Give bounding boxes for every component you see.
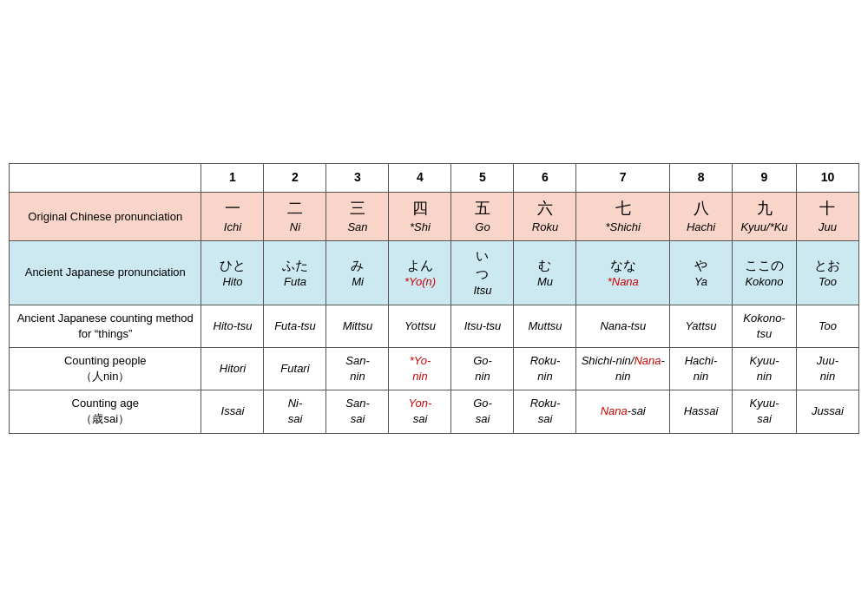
cell-counting-things-2: Futa-tsu: [264, 305, 326, 347]
cell-ancient-japanese-10: とおToo: [796, 241, 858, 305]
cell-ancient-japanese-1: ひとHito: [201, 241, 264, 305]
cell-original-chinese-10: 十Juu: [796, 192, 858, 240]
roman-text: Nana-sai: [601, 404, 646, 417]
cell-ancient-japanese-5: いつItsu: [451, 241, 514, 305]
row-label-original-chinese: Original Chinese pronunciation: [10, 192, 201, 240]
roman-text: Hassai: [684, 404, 719, 417]
kana-text: む: [517, 256, 572, 274]
cell-counting-people-2: Futari: [264, 347, 326, 390]
kana-text: ふた: [267, 256, 322, 274]
cell-counting-age-8: Hassai: [670, 390, 733, 433]
roman-text: Ya: [694, 275, 707, 288]
kanji-text: 九: [736, 198, 792, 220]
row-label-counting-people: Counting people（人nin）: [10, 347, 201, 390]
cell-original-chinese-7: 七*Shichi: [576, 192, 670, 240]
roman-text: Muttsu: [528, 319, 562, 332]
roman-text: *Shi: [392, 220, 447, 235]
roman-text: Itsu-tsu: [464, 319, 502, 332]
row-label-counting-age: Counting age（歳sai）: [10, 390, 201, 433]
cell-counting-people-4: *Yo-nin: [389, 347, 451, 390]
cell-counting-people-8: Hachi-nin: [670, 347, 733, 390]
roman-text: Hito-tsu: [214, 319, 253, 332]
cell-original-chinese-5: 五Go: [451, 192, 514, 240]
cell-original-chinese-4: 四*Shi: [389, 192, 451, 240]
header-empty: [10, 164, 201, 193]
cell-counting-age-5: Go-sai: [451, 390, 514, 433]
kana-text: とお: [800, 256, 855, 274]
cell-ancient-japanese-8: やYa: [670, 241, 733, 305]
row-label-ancient-japanese: Ancient Japanese pronunciation: [10, 241, 201, 305]
cell-counting-things-6: Muttsu: [514, 305, 576, 347]
cell-counting-age-1: Issai: [201, 390, 264, 433]
cell-original-chinese-8: 八Hachi: [670, 192, 733, 240]
header-2: 2: [264, 164, 326, 193]
roman-text: Kyuu-nin: [750, 354, 779, 383]
roman-text: Issai: [221, 404, 245, 417]
cell-counting-people-7: Shichi-nin/Nana-nin: [576, 347, 670, 390]
header-row: 1 2 3 4 5 6 7 8 9 10: [10, 164, 859, 193]
roman-text: San-sai: [345, 397, 369, 425]
table-wrapper: 1 2 3 4 5 6 7 8 9 10 Original Chinese pr…: [9, 163, 859, 433]
roman-text: Juu-nin: [817, 354, 838, 383]
roman-red: *Yo(n): [404, 275, 436, 288]
roman-text: *Shichi: [580, 220, 666, 235]
cell-counting-age-9: Kyuu-sai: [733, 390, 797, 433]
kanji-text: 四: [392, 198, 447, 220]
roman-text: Yon-sai: [409, 397, 432, 425]
roman-text: Nana-tsu: [600, 319, 646, 332]
cell-original-chinese-3: 三San: [326, 192, 389, 240]
cell-counting-people-3: San-nin: [326, 347, 389, 390]
cell-original-chinese-6: 六Roku: [514, 192, 576, 240]
roman-text: Roku-nin: [530, 354, 561, 383]
kana-text: なな: [580, 256, 666, 274]
kanji-text: 五: [455, 198, 510, 220]
header-1: 1: [201, 164, 264, 193]
cell-ancient-japanese-2: ふたFuta: [264, 241, 326, 305]
roman-text: Go: [455, 220, 510, 235]
kanji-text: 三: [330, 198, 385, 220]
cell-counting-things-10: Too: [796, 305, 858, 347]
cell-ancient-japanese-4: よん*Yo(n): [389, 241, 451, 305]
roman-text: San-nin: [345, 354, 369, 383]
roman-text: Hito: [222, 275, 242, 288]
header-3: 3: [326, 164, 389, 193]
cell-counting-people-10: Juu-nin: [796, 347, 858, 390]
cell-counting-people-1: Hitori: [201, 347, 264, 390]
row-counting-people: Counting people（人nin）HitoriFutariSan-nin…: [10, 347, 859, 390]
roman-text: Kyuu/*Ku: [736, 220, 792, 235]
kanji-text: 二: [267, 198, 322, 220]
roman-text: Juu: [800, 220, 855, 235]
roman-text: Yottsu: [404, 319, 436, 332]
roman-text: Roku: [517, 220, 572, 235]
roman-text: Mittsu: [343, 319, 373, 332]
kana-text: ここの: [736, 256, 792, 274]
kanji-text: 六: [517, 198, 572, 220]
cell-counting-things-8: Yattsu: [670, 305, 733, 347]
roman-text: Kokono: [745, 275, 783, 288]
kana-text: や: [674, 256, 728, 274]
roman-text: Shichi-nin/Nana-nin: [582, 354, 665, 383]
cell-counting-things-5: Itsu-tsu: [451, 305, 514, 347]
cell-original-chinese-9: 九Kyuu/*Ku: [733, 192, 797, 240]
roman-text: San: [330, 220, 385, 235]
roman-text: *Yo-nin: [410, 354, 431, 383]
cell-counting-age-2: Ni-sai: [264, 390, 326, 433]
cell-original-chinese-2: 二Ni: [264, 192, 326, 240]
cell-original-chinese-1: 一Ichi: [201, 192, 264, 240]
roman-red: *Nana: [608, 275, 639, 288]
kana-text: み: [330, 256, 385, 274]
cell-counting-age-7: Nana-sai: [576, 390, 670, 433]
cell-counting-things-1: Hito-tsu: [201, 305, 264, 347]
cell-counting-things-4: Yottsu: [389, 305, 451, 347]
header-10: 10: [796, 164, 858, 193]
cell-counting-age-4: Yon-sai: [389, 390, 451, 433]
row-counting-age: Counting age（歳sai）IssaiNi-saiSan-saiYon-…: [10, 390, 859, 433]
kanji-text: 七: [580, 198, 666, 220]
roman-text: Futa-tsu: [274, 319, 316, 332]
row-original-chinese: Original Chinese pronunciation一Ichi二Ni三S…: [10, 192, 859, 240]
cell-counting-things-7: Nana-tsu: [576, 305, 670, 347]
row-label-counting-things: Ancient Japanese counting method for “th…: [10, 305, 201, 347]
cell-ancient-japanese-7: なな*Nana: [576, 241, 670, 305]
roman-text: Hitori: [220, 362, 246, 375]
roman-text: Ichi: [205, 220, 260, 235]
